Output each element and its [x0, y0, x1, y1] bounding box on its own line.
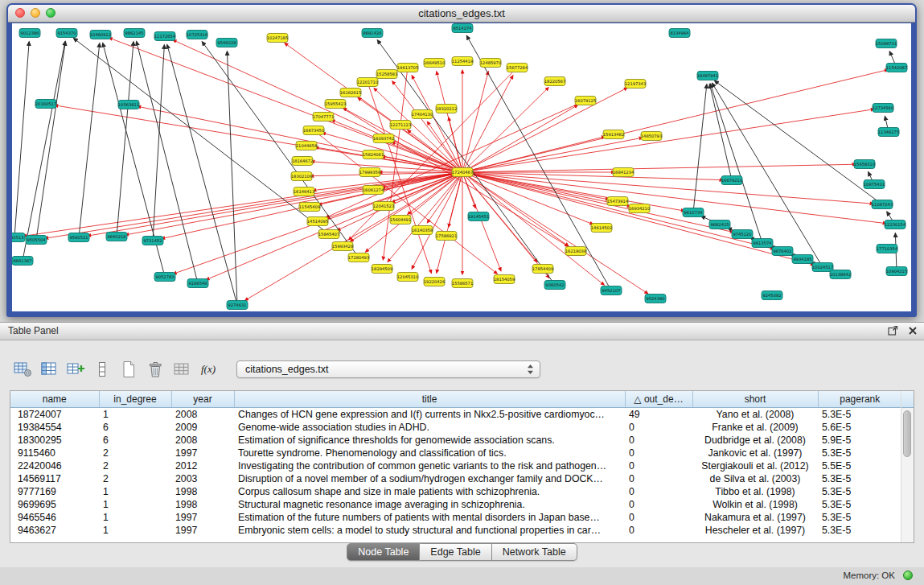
graph-node[interactable]: 18302106	[291, 172, 312, 181]
graph-node[interactable]: 12045310	[397, 273, 418, 282]
graph-node[interactable]: 8514274	[452, 24, 473, 33]
column-visibility-button[interactable]	[38, 359, 60, 380]
graph-node[interactable]: 17710354	[877, 245, 898, 253]
window-titlebar[interactable]: citations_edges.txt	[8, 5, 915, 23]
graph-node[interactable]: 15955423	[325, 100, 346, 109]
column-header-in_degree[interactable]: in_degree	[99, 391, 171, 407]
graph-node[interactable]: 16093742	[373, 134, 394, 143]
graph-node[interactable]: 15586571	[452, 279, 473, 288]
tab-node-table[interactable]: Node Table	[347, 543, 420, 561]
graph-node[interactable]: 9590521	[68, 233, 89, 242]
graph-node[interactable]: 11087243	[872, 200, 893, 209]
graph-node[interactable]: 12734560	[873, 104, 893, 113]
graph-node[interactable]: 9274631	[227, 301, 248, 310]
column-header-name[interactable]: name	[10, 391, 99, 407]
graph-node[interactable]: 14614502	[591, 224, 612, 233]
table-row[interactable]: 911546021997Tourette syndrome. Phenomeno…	[10, 447, 901, 459]
graph-node[interactable]: 14850793	[641, 132, 662, 141]
graph-node[interactable]: 10247185	[267, 34, 288, 43]
graph-node[interactable]: 12201710	[357, 78, 378, 87]
graph-node[interactable]: 12485970	[480, 59, 501, 68]
table-row[interactable]: 946554611997Estimation of the future num…	[10, 511, 901, 524]
graph-node[interactable]: 16140358	[412, 226, 433, 235]
graph-node[interactable]: 8841367	[12, 257, 33, 266]
graph-node[interactable]: 17280493	[348, 253, 369, 262]
graph-node[interactable]: 12197343	[625, 80, 646, 89]
column-header-short[interactable]: short	[692, 391, 818, 407]
graph-node[interactable]: 18320212	[436, 105, 457, 113]
graph-node[interactable]: 18220567	[544, 77, 565, 86]
column-header-title[interactable]: title	[234, 391, 625, 407]
graph-node[interactable]: 15913482	[603, 130, 624, 139]
scrollbar-thumb[interactable]	[903, 410, 911, 457]
vertical-scrollbar[interactable]	[901, 391, 914, 542]
close-window-button[interactable]	[15, 8, 25, 18]
graph-node[interactable]: 9876402	[772, 247, 793, 256]
graph-node[interactable]: 10563811	[118, 101, 139, 109]
table-row[interactable]: 969969511998Structural magnetic resonanc…	[10, 498, 901, 511]
graph-node[interactable]: 17404130	[412, 110, 433, 119]
graph-node[interactable]: 15658310	[854, 160, 875, 169]
graph-node[interactable]: 11172654	[154, 32, 176, 41]
graph-node[interactable]: 11545409	[299, 203, 320, 212]
graph-node[interactable]: 15098731	[876, 39, 897, 48]
graph-node[interactable]: 9682415	[709, 220, 730, 229]
graph-node[interactable]: 9360542	[544, 281, 565, 290]
graph-node[interactable]: 17586921	[436, 232, 457, 241]
graph-node[interactable]: 15604491	[390, 216, 411, 225]
zoom-window-button[interactable]	[46, 8, 55, 18]
graph-node[interactable]: 20160517	[35, 100, 56, 109]
graph-node[interactable]: 19220426	[424, 278, 445, 286]
delete-button[interactable]	[144, 359, 166, 380]
graph-node[interactable]: 16146413	[294, 187, 314, 196]
tab-network-table[interactable]: Network Table	[492, 543, 577, 561]
graph-node[interactable]: 10725316	[187, 31, 207, 39]
graph-node[interactable]: 16162615	[340, 89, 361, 97]
graph-node[interactable]: 16061274	[363, 186, 384, 195]
graph-node[interactable]: 18487941	[697, 72, 718, 80]
close-panel-button[interactable]	[908, 326, 918, 336]
graph-node[interactable]: 16649510	[424, 59, 445, 68]
minimize-window-button[interactable]	[31, 8, 40, 18]
graph-node[interactable]: 16934210	[629, 204, 650, 213]
graph-node[interactable]: 16219038	[565, 247, 586, 256]
table-options-button[interactable]	[11, 359, 34, 380]
graph-node[interactable]: 14514095	[307, 217, 328, 226]
graph-node[interactable]: 19145451	[468, 212, 489, 221]
graph-node[interactable]: 9012386	[19, 29, 40, 38]
graph-node[interactable]: 10875431	[864, 180, 885, 189]
table-row[interactable]: 977716911998Corpus callosum shape and si…	[10, 485, 901, 498]
graph-node[interactable]: 18294509	[372, 265, 392, 274]
graph-node[interactable]: 8691426	[362, 29, 383, 38]
graph-node[interactable]: 10024517	[812, 263, 833, 272]
graph-node[interactable]: 17999356	[359, 168, 380, 177]
graph-node[interactable]: 9452107	[601, 286, 622, 295]
graph-node[interactable]: 9934185	[792, 255, 813, 264]
graph-node[interactable]: 17240467	[452, 168, 473, 177]
graph-node[interactable]: 18154059	[494, 275, 515, 284]
graph-node[interactable]: 11542087	[886, 64, 907, 72]
graph-node[interactable]: 16873450	[303, 126, 324, 135]
graph-node[interactable]: 9731452	[142, 237, 163, 245]
graph-node[interactable]: 10138642	[830, 270, 851, 279]
graph-node[interactable]: 15845407	[318, 230, 339, 239]
graph-node[interactable]: 9813574	[752, 239, 773, 248]
graph-node[interactable]: 9505504	[26, 236, 47, 245]
table-row[interactable]: 1938455462009Genome-wide association stu…	[10, 421, 901, 434]
tab-edge-table[interactable]: Edge Table	[420, 543, 491, 561]
table-row[interactable]: 2242004622012Investigating the contribut…	[10, 459, 901, 472]
graph-node[interactable]: 9245082	[762, 291, 782, 300]
new-column-button[interactable]	[64, 359, 87, 380]
table-scroll-area[interactable]: namein_degreeyeartitle△ out_de…shortpage…	[10, 391, 901, 542]
graph-node[interactable]: 11346275	[878, 128, 899, 137]
graph-node[interactable]: 18164672	[292, 157, 313, 166]
function-builder-button[interactable]: f(x)	[197, 359, 220, 380]
column-header-pagerank[interactable]: pagerank	[818, 391, 901, 407]
network-canvas[interactable]: 1724046716841234159134821607912518220567…	[12, 23, 911, 311]
graph-node[interactable]: 9640218	[106, 233, 127, 241]
graph-node[interactable]: 15824061	[363, 150, 384, 159]
graph-node[interactable]: 15473914	[607, 197, 629, 206]
graph-node[interactable]: 8134964	[669, 29, 690, 38]
table-row[interactable]: 946362711997Embryonic stem cells: a mode…	[10, 524, 901, 537]
graph-node[interactable]: 16079125	[575, 97, 596, 105]
